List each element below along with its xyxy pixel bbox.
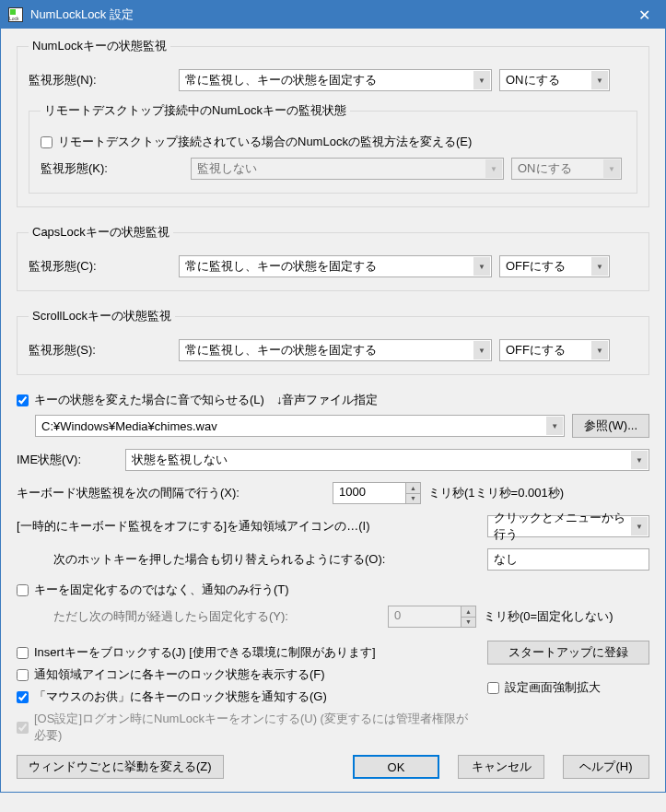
chevron-down-icon: ▼ (631, 517, 648, 535)
chevron-down-icon: ▼ (631, 451, 648, 469)
group-scrolllock: ScrollLockキーの状態監視 監視形態(S): 常に監視し、キーの状態を固… (17, 308, 649, 375)
capslock-mode-label: 監視形態(C): (29, 258, 171, 275)
capslock-mode-select[interactable]: 常に監視し、キーの状態を固定する ▼ (179, 255, 492, 277)
group-numlock: NumLockキーの状態監視 監視形態(N): 常に監視し、キーの状態を固定する… (17, 38, 649, 207)
insert-label: Insertキーをブロックする(J) [使用できる環境に制限があります] (34, 644, 376, 661)
chevron-down-icon: ▼ (591, 341, 608, 359)
group-numlock-remote-legend: リモートデスクトップ接続中のNumLockキーの監視状態 (41, 102, 350, 119)
group-capslock-legend: CapsLockキーの状態監視 (29, 224, 173, 241)
window-title: NumLockLock 設定 (30, 6, 623, 23)
help-button[interactable]: ヘルプ(H) (563, 755, 649, 779)
remote-mode-label: 監視形態(K): (41, 160, 183, 177)
chevron-down-icon: ▼ (473, 341, 490, 359)
notifyonly-label: キーを固定化するのではなく、通知のみ行う(T) (34, 582, 289, 598)
group-numlock-legend: NumLockキーの状態監視 (29, 38, 170, 54)
mouse-label: 「マウスのお供」に各キーのロック状態を通知する(G) (34, 688, 327, 705)
notifyonly-spinner: 0 ▲▼ (388, 606, 476, 628)
per-window-button[interactable]: ウィンドウごとに挙動を変える(Z) (17, 755, 224, 779)
notifyonly-suffix: ミリ秒(0=固定化しない) (484, 608, 613, 625)
chevron-down-icon: ▼ (591, 71, 608, 89)
remote-checkbox[interactable] (41, 136, 53, 148)
spin-down-icon: ▼ (462, 618, 475, 628)
spin-down-icon: ▼ (406, 494, 420, 504)
interval-spinner[interactable]: 1000 ▲▼ (333, 482, 421, 504)
chevron-down-icon: ▼ (473, 257, 490, 276)
interval-suffix: ミリ秒(1ミリ秒=0.001秒) (428, 485, 564, 501)
group-capslock: CapsLockキーの状態監視 監視形態(C): 常に監視し、キーの状態を固定す… (17, 224, 649, 291)
mouse-checkbox[interactable] (17, 691, 29, 703)
remote-mode-select: 監視しない ▼ (191, 158, 504, 180)
spin-up-icon: ▲ (406, 483, 420, 494)
chevron-down-icon: ▼ (485, 159, 502, 178)
scrolllock-onoff-select[interactable]: OFFにする ▼ (499, 339, 610, 361)
group-numlock-remote: リモートデスクトップ接続中のNumLockキーの監視状態 リモートデスクトップ接… (29, 102, 637, 194)
ok-button[interactable]: OK (353, 755, 439, 779)
force-enlarge-checkbox[interactable] (487, 682, 499, 694)
notifyonly-checkbox[interactable] (17, 584, 29, 596)
ime-select[interactable]: 状態を監視しない ▼ (125, 449, 649, 471)
sound-checkbox-label: キーの状態を変えた場合に音で知らせる(L) ↓音声ファイル指定 (34, 392, 378, 408)
browse-button[interactable]: 参照(W)... (572, 414, 649, 438)
scrolllock-mode-label: 監視形態(S): (29, 342, 171, 359)
tempoff-select[interactable]: クリックとメニューから行う ▼ (487, 515, 649, 537)
chevron-down-icon: ▼ (603, 159, 620, 178)
sound-checkbox[interactable] (17, 394, 29, 406)
oslogon-checkbox (17, 722, 29, 734)
hotkey-label: 次のホットキーを押した場合も切り替えられるようにする(O): (53, 551, 480, 568)
oslogon-label: [OS設定]ログオン時にNumLockキーをオンにする(U) (変更するには管理… (34, 711, 469, 744)
group-scrolllock-legend: ScrollLockキーの状態監視 (29, 308, 175, 324)
titlebar: NumLockLock 設定 ✕ (1, 1, 665, 29)
app-icon (8, 7, 23, 22)
tempoff-label: [一時的にキーボード監視をオフにする]を通知領域アイコンの…(I) (17, 518, 480, 535)
remote-checkbox-label: リモートデスクトップ接続されている場合のNumLockの監視方法を変える(E) (58, 134, 472, 150)
close-icon[interactable]: ✕ (623, 1, 665, 29)
insert-checkbox[interactable] (17, 647, 29, 659)
startup-button[interactable]: スタートアップに登録 (487, 641, 649, 665)
notifyonly-sub-label: ただし次の時間が経過したら固定化する(Y): (53, 608, 380, 625)
trayicon-checkbox[interactable] (17, 669, 29, 681)
remote-onoff-select: ONにする ▼ (511, 158, 622, 180)
force-enlarge-label: 設定画面強制拡大 (505, 679, 601, 696)
capslock-onoff-select[interactable]: OFFにする ▼ (499, 255, 610, 277)
ime-label: IME状態(V): (17, 452, 118, 468)
chevron-down-icon: ▼ (473, 71, 490, 89)
hotkey-input[interactable]: なし (487, 548, 649, 571)
chevron-down-icon: ▼ (546, 417, 563, 435)
chevron-down-icon: ▼ (591, 257, 608, 276)
cancel-button[interactable]: キャンセル (458, 755, 544, 779)
numlock-mode-label: 監視形態(N): (29, 72, 171, 88)
numlock-onoff-select[interactable]: ONにする ▼ (499, 69, 610, 91)
interval-label: キーボード状態監視を次の間隔で行う(X): (17, 485, 325, 501)
numlock-mode-select[interactable]: 常に監視し、キーの状態を固定する ▼ (179, 69, 492, 91)
spin-up-icon: ▲ (462, 606, 475, 618)
trayicon-label: 通知領域アイコンに各キーのロック状態を表示する(F) (34, 666, 325, 683)
scrolllock-mode-select[interactable]: 常に監視し、キーの状態を固定する ▼ (179, 339, 492, 361)
sound-path-combo[interactable]: C:¥Windows¥Media¥chimes.wav ▼ (35, 415, 565, 437)
